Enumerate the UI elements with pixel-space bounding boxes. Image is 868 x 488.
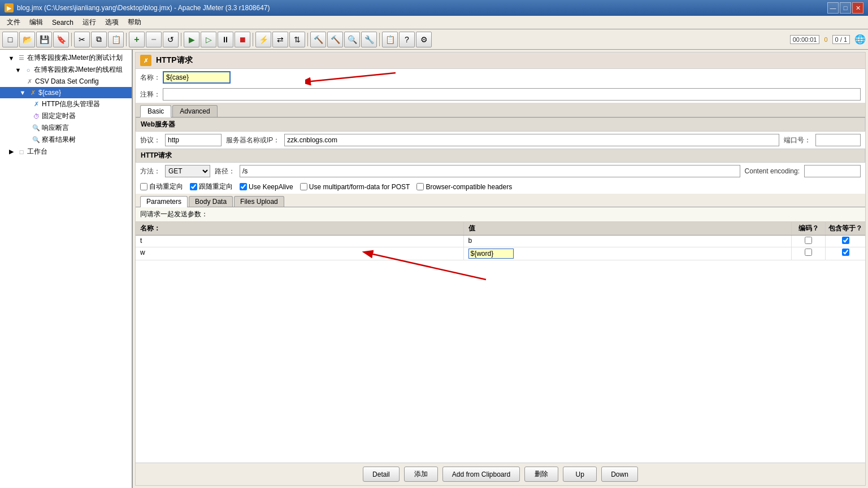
toolbar-help-button[interactable]: ? [399,32,415,47]
tree-item-sampler[interactable]: ▼ ✗ ${case} [0,87,132,98]
method-select[interactable]: GET POST PUT DELETE [165,165,210,177]
down-button[interactable]: Down [601,467,638,482]
toolbar-save-button[interactable]: 💾 [36,32,52,47]
method-label: 方法： [140,167,160,176]
detail-button[interactable]: Detail [363,467,400,482]
inner-tab-parameters[interactable]: Parameters [140,196,188,207]
checkbox-multipart[interactable] [300,183,307,190]
toolbar-list-button[interactable]: 📋 [382,32,398,47]
col-header-name: 名称： [136,222,464,235]
assertion-icon: 🔍 [32,124,41,133]
sep4 [253,33,253,46]
menu-edit[interactable]: 编辑 [25,16,47,28]
toolbar-clear-button[interactable]: ⇄ [272,32,288,47]
param-t-encode-cb[interactable] [805,237,812,244]
toolbar-runnopause-button[interactable]: ▷ [201,32,216,47]
resulttree-icon: 🔍 [32,136,41,145]
up-button[interactable]: Up [563,467,597,482]
tree-item-workbench[interactable]: ▶ □ 工作台 [0,146,132,158]
toolbar-time: 00:00:01 0 0 / 1 🌐 [790,34,866,45]
toolbar-stop-button[interactable]: ⏹ [235,32,250,47]
toolbar-remove-button[interactable]: − [146,32,162,47]
send-params-header: 同请求一起发送参数： [136,207,865,222]
name-section: 名称： 注释： [136,69,865,103]
tree-item-headers[interactable]: ✗ HTTP信息头管理器 [0,98,132,110]
checkbox-follow-redirect[interactable] [190,183,197,190]
toolbar-clearall-button[interactable]: ⇅ [289,32,305,47]
toolbar-hammer2-button[interactable]: 🔨 [327,32,343,47]
toolbar-add-button[interactable]: + [129,32,145,47]
tree-item-threadgroup[interactable]: ▼ ○ 在博客园搜索JMeter的线程组 [0,64,132,76]
add-button[interactable]: 添加 [404,467,438,482]
panel-title-icon: ✗ [140,55,151,66]
close-button[interactable]: ✕ [852,2,863,14]
col-header-include: 包含等于？ [826,222,865,235]
param-row-t: t b [136,236,865,247]
toolbar-config-button[interactable]: 🔧 [361,32,377,47]
path-input[interactable] [240,165,740,177]
toolbar-run-button[interactable]: ▶ [184,32,199,47]
param-w-encode-cb[interactable] [805,249,812,256]
webserver-form: 协议： 服务器名称或IP： 端口号： [136,132,865,149]
inner-tab-filesupload[interactable]: Files Upload [234,196,284,207]
checkbox-keepalive[interactable] [240,183,247,190]
server-input[interactable] [284,134,779,146]
tree-item-timer[interactable]: ⏱ 固定定时器 [0,110,132,122]
panel-title-bar: ✗ HTTP请求 [136,53,865,69]
menu-search[interactable]: Search [47,18,78,28]
param-t-include [826,236,865,247]
toolbar-cut-button[interactable]: ✂ [74,32,90,47]
cb-auto-redirect: 自动重定向 [140,182,183,191]
webserver-section-header: Web服务器 [136,117,865,132]
comment-input[interactable] [163,88,861,101]
tab-advanced[interactable]: Advanced [172,105,217,117]
toolbar-search-button[interactable]: 🔍 [344,32,360,47]
inner-tab-bodydata[interactable]: Body Data [189,196,233,207]
maximize-button[interactable]: □ [840,2,851,14]
tab-basic[interactable]: Basic [140,105,171,117]
checkbox-browser-compat[interactable] [416,183,424,190]
param-w-include-cb[interactable] [842,249,849,256]
progress-indicator: 0 / 1 [832,35,850,44]
tree-item-csv[interactable]: ✗ CSV Data Set Config [0,76,132,87]
send-params-header-text: 同请求一起发送参数： [140,210,208,218]
comment-row: 注释： [136,86,865,103]
toolbar-saveas-button[interactable]: 🔖 [53,32,69,47]
app-icon: ▶ [5,3,14,12]
tree-item-assertion[interactable]: 🔍 响应断言 [0,122,132,134]
menu-help[interactable]: 帮助 [123,16,146,28]
encoding-input[interactable] [804,165,861,177]
elapsed-time: 00:00:01 [790,35,820,44]
toolbar-undo-button[interactable]: ↺ [163,32,179,47]
menu-options[interactable]: 选项 [101,16,123,28]
param-t-include-cb[interactable] [842,237,849,244]
toolbar-settings-button[interactable]: ⚙ [416,32,432,47]
protocol-input[interactable] [165,134,222,146]
toolbar-hammer1-button[interactable]: 🔨 [310,32,326,47]
menu-run[interactable]: 运行 [78,16,101,28]
menubar: 文件 编辑 Search 运行 选项 帮助 [0,16,868,29]
toolbar-copy-button[interactable]: ⧉ [91,32,107,47]
tree-item-resulttree[interactable]: 🔍 察看结果树 [0,134,132,146]
warning-count: 0 [824,36,827,43]
name-input[interactable] [163,71,231,84]
toolbar-paste-button[interactable]: 📋 [108,32,124,47]
checkbox-auto-redirect[interactable] [140,183,147,190]
tree-item-testplan[interactable]: ▼ ☰ 在博客园搜索JMeter的测试计划 [0,52,132,64]
param-w-value-input[interactable] [468,249,514,259]
comment-label: 注释： [140,90,160,99]
workbench-icon: □ [17,147,26,156]
toolbar-open-button[interactable]: 📂 [19,32,35,47]
right-panel: ✗ HTTP请求 名称： [133,50,868,488]
http-request-panel: ✗ HTTP请求 名称： [135,52,866,486]
minimize-button[interactable]: — [827,2,839,14]
tree-label-assertion: 响应断言 [42,123,69,133]
port-input[interactable] [815,134,861,146]
delete-button[interactable]: 删除 [524,467,558,482]
toolbar-new-button[interactable]: □ [2,32,18,47]
toolbar-pause-button[interactable]: ⏸ [218,32,233,47]
toolbar-runremote-button[interactable]: ⚡ [255,32,271,47]
param-row-w: w [136,247,865,260]
menu-file[interactable]: 文件 [2,16,25,28]
add-from-clipboard-button[interactable]: Add from Clipboard [442,467,520,482]
